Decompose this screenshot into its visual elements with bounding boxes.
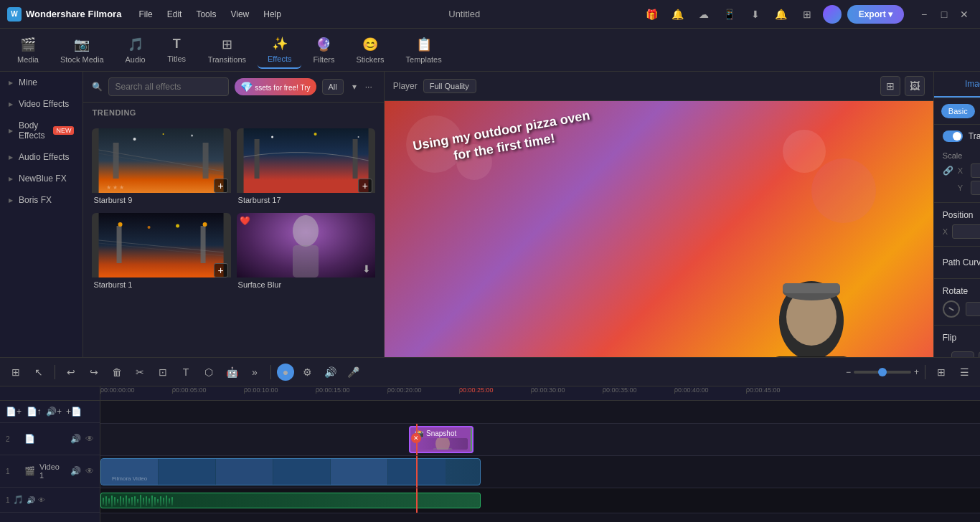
tool-stickers[interactable]: 😊 Stickers xyxy=(346,32,394,68)
export-button[interactable]: Export ▾ xyxy=(847,5,904,24)
add-media-button[interactable]: ⊞ xyxy=(6,362,26,382)
tool-audio[interactable]: 🎵 Audio xyxy=(116,32,156,68)
zoom-slider[interactable] xyxy=(854,371,911,374)
screen-icon[interactable]: 📱 xyxy=(720,4,740,24)
menu-edit[interactable]: Edit xyxy=(161,6,188,22)
effect-card-surface-blur[interactable]: ❤️ ⬇ Surface Blur xyxy=(237,213,375,292)
tool-stock-label: Stock Media xyxy=(60,55,104,64)
menu-view[interactable]: View xyxy=(225,6,255,22)
timeline-toolbar: ⊞ ↖ ↩ ↪ 🗑 ✂ ⊡ T ⬡ 🤖 » ● ⚙ 🔊 🎤 − + ⊞ ☰ xyxy=(0,358,980,386)
quality-selector[interactable]: Full Quality xyxy=(423,79,476,93)
track-volume-1[interactable]: 🔊 xyxy=(70,466,81,476)
zoom-thumb[interactable] xyxy=(878,368,887,376)
crop-button[interactable]: ⊡ xyxy=(153,362,173,382)
menu-tools[interactable]: Tools xyxy=(190,6,222,22)
sidebar-item-audio-effects[interactable]: ▶ Audio Effects xyxy=(0,146,83,168)
select-tool-button[interactable]: ↖ xyxy=(29,362,49,382)
fullscreen-layout-button[interactable]: 🖼 xyxy=(905,76,925,96)
add-effect-button[interactable]: + xyxy=(358,179,372,193)
effect-card-starburst9[interactable]: ★ ★ ★ Starburst 9 + xyxy=(92,128,230,207)
close-button[interactable]: ✕ xyxy=(956,6,973,23)
download-icon[interactable]: ⬇ xyxy=(745,4,765,24)
main-video-clip[interactable]: Filmora Video xyxy=(100,458,481,485)
add-video-above[interactable]: 📄↑ xyxy=(26,404,42,419)
position-x-input[interactable]: 0.00 xyxy=(952,224,980,239)
audio-track-ctrl[interactable]: 🔊 xyxy=(27,496,35,504)
share-icon[interactable]: 🔔 xyxy=(668,4,688,24)
svg-rect-48 xyxy=(143,498,144,505)
tab-image[interactable]: Image xyxy=(934,72,980,98)
rotate-row: 0.00° xyxy=(943,300,980,318)
audio-track-eye[interactable]: 👁 xyxy=(38,496,45,504)
user-avatar[interactable] xyxy=(823,5,842,24)
scale-y-input[interactable]: 100.00 xyxy=(971,181,980,195)
zoom-in-button[interactable]: + xyxy=(914,367,919,377)
tool-transitions[interactable]: ⊞ Transitions xyxy=(198,32,256,68)
track-eye-1[interactable]: 👁 xyxy=(85,466,94,476)
add-video-track[interactable]: 📄+ xyxy=(6,404,22,419)
mic-button[interactable]: 🎤 xyxy=(343,362,363,382)
grid-icon[interactable]: ⊞ xyxy=(797,4,817,24)
add-effect-button[interactable]: + xyxy=(214,263,228,277)
tool-stock[interactable]: 📷 Stock Media xyxy=(50,32,114,68)
menu-help[interactable]: Help xyxy=(258,6,287,22)
rotate-input[interactable]: 0.00° xyxy=(966,302,980,316)
sidebar-item-boris[interactable]: ▶ Boris FX xyxy=(0,189,83,211)
maximize-button[interactable]: □ xyxy=(936,6,953,23)
more-options-button[interactable]: ··· xyxy=(362,79,375,95)
add-effect-button[interactable]: + xyxy=(214,179,228,193)
menu-file[interactable]: File xyxy=(133,6,158,22)
track-labels: 📄+ 📄↑ 🔊+ +📄 2 📄 🔊 👁 1 🎬 Video 1 🔊 👁 xyxy=(0,386,100,522)
audio-sync-button[interactable]: 🔊 xyxy=(320,362,340,382)
rotate-dial[interactable] xyxy=(943,300,960,318)
cloud-icon[interactable]: ☁ xyxy=(694,4,714,24)
track-label-1: 1 🎬 Video 1 🔊 👁 xyxy=(0,455,100,488)
ruler-8: 00:00:40:00 xyxy=(674,386,709,394)
search-input[interactable] xyxy=(108,77,229,96)
subtab-basic[interactable]: Basic xyxy=(941,104,975,118)
track-volume-2[interactable]: 🔊 xyxy=(70,434,81,444)
audio-clip[interactable] xyxy=(100,493,481,508)
sidebar-item-body-effects[interactable]: ▶ Body Effects NEW xyxy=(0,115,83,146)
tool-media[interactable]: 🎬 Media xyxy=(7,32,49,68)
track-eye-2[interactable]: 👁 xyxy=(85,434,94,444)
sidebar-item-mine[interactable]: ▶ Mine xyxy=(0,72,83,93)
settings-button[interactable]: ⚙ xyxy=(297,362,317,382)
add-audio-track[interactable]: 🔊+ xyxy=(46,404,62,419)
transform-toggle[interactable] xyxy=(943,130,963,142)
tool-titles[interactable]: T Titles xyxy=(157,32,197,67)
tool-filters[interactable]: 🔮 Filters xyxy=(303,32,344,68)
svg-rect-43 xyxy=(128,498,130,504)
list-view-button[interactable]: ☰ xyxy=(954,362,974,382)
more-tl-button[interactable]: » xyxy=(245,362,265,382)
grid-view-button[interactable]: ⊞ xyxy=(931,362,951,382)
rotate-label: Rotate xyxy=(943,286,968,296)
tool-templates[interactable]: 📋 Templates xyxy=(396,32,452,68)
effect-card-starburst17[interactable]: Starburst 17 + xyxy=(237,128,375,207)
sidebar-item-newblue[interactable]: ▶ NewBlue FX xyxy=(0,168,83,189)
text-button[interactable]: T xyxy=(176,362,196,382)
filmora-label: Filmora Video xyxy=(112,475,147,482)
redo-button[interactable]: ↪ xyxy=(84,362,104,382)
tool-effects[interactable]: ✨ Effects xyxy=(258,32,301,69)
tool-stickers-label: Stickers xyxy=(356,55,384,64)
undo-button[interactable]: ↩ xyxy=(61,362,81,382)
transform-tl-button[interactable]: ⬡ xyxy=(199,362,219,382)
ruler-1: 00:00:05:00 xyxy=(172,386,207,394)
gift-icon[interactable]: 🎁 xyxy=(642,4,662,24)
grid-layout-button[interactable]: ⊞ xyxy=(880,76,900,96)
download-effect-button[interactable]: ⬇ xyxy=(362,263,371,275)
effect-card-starburst1[interactable]: Starburst 1 + xyxy=(92,213,230,292)
add-clip-button[interactable]: +📄 xyxy=(66,404,82,419)
svg-rect-38 xyxy=(114,497,116,506)
sidebar-item-video-effects[interactable]: ▶ Video Effects xyxy=(0,93,83,115)
minimize-button[interactable]: − xyxy=(915,6,933,23)
ai-tools-button[interactable]: 🤖 xyxy=(222,362,242,382)
zoom-out-button[interactable]: − xyxy=(846,367,851,377)
cut-button[interactable]: ✂ xyxy=(130,362,150,382)
promo-badge[interactable]: 💎 ssets for free! Try xyxy=(235,78,316,95)
delete-button[interactable]: 🗑 xyxy=(107,362,127,382)
scale-x-input[interactable]: 100.00 xyxy=(971,163,980,178)
filter-button[interactable]: All xyxy=(322,79,344,95)
bell-icon[interactable]: 🔔 xyxy=(771,4,791,24)
